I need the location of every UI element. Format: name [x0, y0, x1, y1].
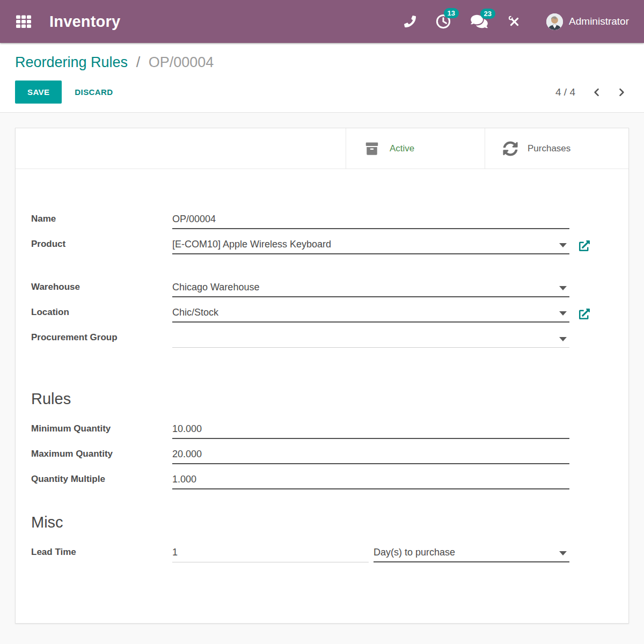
misc-section-title: Misc [31, 512, 628, 532]
archive-box-icon [364, 141, 380, 157]
active-button-label: Active [390, 143, 414, 154]
chevron-right-icon [616, 87, 627, 98]
name-input[interactable]: OP/00004 [172, 213, 569, 229]
max-quantity-input[interactable]: 20.000 [172, 448, 569, 464]
lead-time-uom-select[interactable]: Day(s) to purchase [374, 546, 569, 562]
field-row-location: Location Chic/Stock [31, 306, 628, 323]
top-navbar: Inventory 13 23 [0, 0, 644, 43]
location-input[interactable]: Chic/Stock [172, 306, 569, 323]
voip-phone-button[interactable] [404, 16, 416, 27]
active-toggle-button[interactable]: Active [346, 128, 485, 169]
product-label: Product [31, 238, 172, 254]
user-name: Administrator [569, 16, 629, 27]
field-row-quantity-multiple: Quantity Multiple 1.000 [31, 473, 628, 489]
breadcrumb-separator: / [136, 54, 141, 70]
tools-icon [507, 14, 522, 29]
field-row-max-quantity: Maximum Quantity 20.000 [31, 448, 628, 464]
pager: 4 / 4 [555, 85, 629, 100]
warehouse-label: Warehouse [31, 281, 172, 297]
quantity-multiple-input[interactable]: 1.000 [172, 473, 569, 489]
field-row-name: Name OP/00004 [31, 213, 628, 229]
quantity-multiple-label: Quantity Multiple [31, 473, 172, 489]
stat-button-box: Active Purchases [16, 128, 628, 169]
support-tools-button[interactable] [507, 14, 522, 29]
location-label: Location [31, 306, 172, 323]
form-sheet: Name OP/00004 Product [E-COM10] Apple Wi… [16, 169, 628, 562]
main-content: Active Purchases Name OP/00004 Product [… [0, 113, 644, 639]
min-quantity-input[interactable]: 10.000 [172, 423, 569, 439]
app-title[interactable]: Inventory [49, 13, 120, 31]
form-card: Active Purchases Name OP/00004 Product [… [15, 128, 629, 624]
field-row-procurement-group: Procurement Group [31, 332, 628, 348]
field-row-warehouse: Warehouse Chicago Warehouse [31, 281, 628, 297]
max-quantity-label: Maximum Quantity [31, 448, 172, 464]
lead-time-input[interactable]: 1 [172, 546, 369, 562]
field-row-min-quantity: Minimum Quantity 10.000 [31, 423, 628, 439]
warehouse-value: Chicago Warehouse [172, 282, 259, 292]
lead-time-uom-value: Day(s) to purchase [374, 547, 455, 558]
procurement-group-input[interactable] [172, 336, 569, 348]
warehouse-caret-down-icon[interactable] [559, 286, 567, 290]
chevron-left-icon [591, 87, 602, 98]
user-avatar [546, 13, 563, 30]
lead-time-fields: 1 Day(s) to purchase [172, 546, 569, 562]
activities-badge: 13 [444, 8, 459, 18]
warehouse-input[interactable]: Chicago Warehouse [172, 281, 569, 297]
pager-next-button[interactable] [614, 85, 629, 100]
product-value: [E-COM10] Apple Wireless Keyboard [172, 239, 331, 250]
apps-menu-button[interactable] [15, 13, 33, 30]
phone-icon [404, 16, 416, 27]
location-value: Chic/Stock [172, 307, 218, 318]
product-caret-down-icon[interactable] [559, 243, 567, 247]
save-button[interactable]: SAVE [15, 80, 62, 104]
procurement-group-caret-down-icon[interactable] [559, 337, 567, 341]
location-caret-down-icon[interactable] [559, 311, 567, 316]
purchases-stat-button[interactable]: Purchases [485, 128, 628, 169]
activities-menu-button[interactable]: 13 [435, 13, 451, 30]
rules-section-title: Rules [31, 389, 628, 409]
user-menu[interactable]: Administrator [546, 13, 629, 30]
discard-button[interactable]: DISCARD [75, 87, 113, 97]
breadcrumb: Reordering Rules / OP/00004 [15, 53, 629, 72]
breadcrumb-parent-link[interactable]: Reordering Rules [15, 54, 128, 70]
messages-menu-button[interactable]: 23 [471, 14, 488, 29]
location-external-link-icon[interactable] [579, 309, 590, 319]
control-panel-actions: SAVE DISCARD 4 / 4 [15, 80, 629, 104]
navbar-systray: 13 23 [404, 13, 629, 30]
min-quantity-label: Minimum Quantity [31, 423, 172, 439]
control-panel: Reordering Rules / OP/00004 SAVE DISCARD… [0, 43, 644, 113]
pager-previous-button[interactable] [589, 85, 604, 100]
pager-count: 4 / 4 [555, 86, 575, 98]
field-row-lead-time: Lead Time 1 Day(s) to purchase [31, 546, 628, 562]
lead-time-uom-caret-down-icon[interactable] [559, 551, 567, 555]
breadcrumb-current: OP/00004 [149, 54, 214, 70]
apps-grid-icon [15, 13, 32, 30]
lead-time-label: Lead Time [31, 546, 172, 562]
sync-icon [503, 141, 518, 156]
field-row-product: Product [E-COM10] Apple Wireless Keyboar… [31, 238, 628, 254]
product-external-link-icon[interactable] [579, 240, 590, 251]
product-input[interactable]: [E-COM10] Apple Wireless Keyboard [172, 238, 569, 254]
procurement-group-label: Procurement Group [31, 332, 172, 348]
messages-badge: 23 [480, 9, 495, 19]
name-label: Name [31, 213, 172, 229]
purchases-button-label: Purchases [528, 143, 570, 154]
